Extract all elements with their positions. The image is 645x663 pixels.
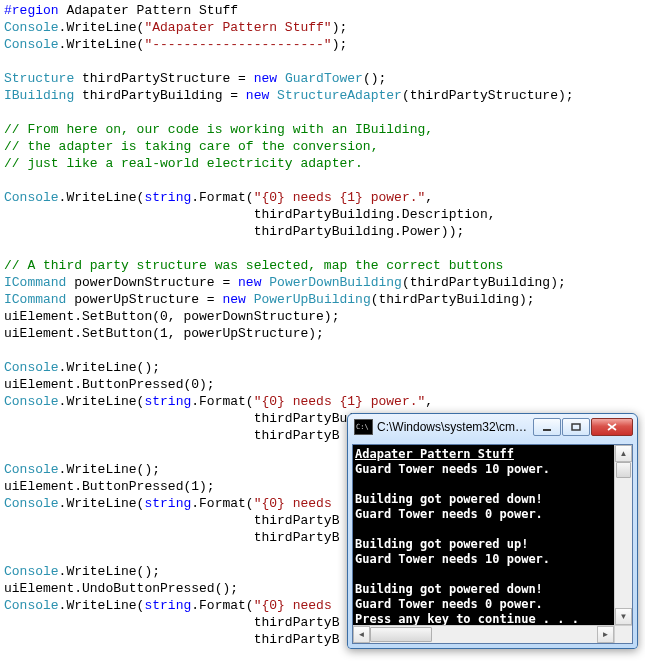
console-line: Guard Tower needs 0 power. [355, 507, 543, 521]
code-token: thirdPartyB [4, 513, 339, 528]
code-token: .WriteLine( [59, 190, 145, 205]
code-token: .WriteLine( [59, 37, 145, 52]
code-token: Console [4, 564, 59, 579]
cmd-icon-text: C:\ [356, 419, 369, 436]
code-token: .WriteLine(); [59, 564, 160, 579]
code-token: new [238, 275, 261, 290]
code-comment: // From here on, our code is working wit… [4, 122, 433, 137]
code-token: thirdPartyB [4, 615, 339, 630]
code-token: .Format( [191, 394, 253, 409]
code-token: , [425, 394, 433, 409]
code-token: PowerDownBuilding [269, 275, 402, 290]
code-token: "----------------------" [144, 37, 331, 52]
code-token: (thirdPartyBuilding); [402, 275, 566, 290]
code-token: (thirdPartyStructure); [402, 88, 574, 103]
minimize-button[interactable] [533, 418, 561, 436]
svg-rect-0 [543, 429, 551, 431]
code-token: ); [332, 20, 348, 35]
code-token: ); [332, 37, 348, 52]
maximize-button[interactable] [562, 418, 590, 436]
code-comment: // A third party structure was selected,… [4, 258, 503, 273]
close-button[interactable] [591, 418, 633, 436]
scroll-track[interactable] [370, 626, 597, 643]
console-line: Guard Tower needs 10 power. [355, 462, 550, 476]
code-token: Console [4, 37, 59, 52]
code-token: thirdPartyBuilding.Power)); [4, 224, 464, 239]
code-token: "{0} needs [254, 496, 340, 511]
code-token: uiElement.UndoButtonPressed(); [4, 581, 238, 596]
console-line: Guard Tower needs 10 power. [355, 552, 550, 566]
console-line: Press any key to continue . . . [355, 612, 579, 625]
console-body: Adapater Pattern Stuff Guard Tower needs… [353, 445, 632, 625]
code-token: thirdPartyBuilding = [74, 88, 246, 103]
code-token: (thirdPartyBuilding); [371, 292, 535, 307]
region-keyword: #region [4, 3, 59, 18]
code-token: thirdPartyB [4, 428, 339, 443]
code-token: ICommand [4, 292, 66, 307]
code-token: thirdPartyBuilding.Description, [4, 207, 495, 222]
code-token: powerUpStructure = [66, 292, 222, 307]
code-token: Console [4, 462, 59, 477]
code-token: new [246, 88, 269, 103]
code-token: .WriteLine( [59, 20, 145, 35]
scroll-down-icon[interactable]: ▼ [615, 608, 632, 625]
code-comment: // the adapter is taking care of the con… [4, 139, 378, 154]
code-token: "{0} needs [254, 598, 340, 613]
code-token: Structure [4, 71, 74, 86]
vertical-scrollbar[interactable]: ▲ ▼ [614, 445, 632, 625]
horizontal-scrollbar[interactable]: ◄ ► [353, 625, 632, 643]
code-token: PowerUpBuilding [254, 292, 371, 307]
console-line: Building got powered down! [355, 582, 543, 596]
code-token: Console [4, 360, 59, 375]
code-token: uiElement.SetButton(0, powerDownStructur… [4, 309, 339, 324]
code-token [246, 292, 254, 307]
code-token: Console [4, 598, 59, 613]
scroll-thumb[interactable] [616, 462, 631, 478]
console-output[interactable]: Adapater Pattern Stuff Guard Tower needs… [353, 445, 614, 625]
console-line: Guard Tower needs 0 power. [355, 597, 543, 611]
code-token: .Format( [191, 598, 253, 613]
window-title: C:\Windows\system32\cmd.... [377, 419, 533, 436]
console-line: Adapater Pattern Stuff [355, 447, 514, 461]
console-frame: Adapater Pattern Stuff Guard Tower needs… [348, 440, 637, 648]
code-token: new [222, 292, 245, 307]
code-token: .WriteLine( [59, 394, 145, 409]
scroll-thumb[interactable] [370, 627, 432, 642]
console-window[interactable]: C:\ C:\Windows\system32\cmd.... Adapater… [347, 413, 638, 649]
code-token: (); [363, 71, 386, 86]
titlebar[interactable]: C:\ C:\Windows\system32\cmd.... [348, 414, 637, 440]
code-token: StructureAdapter [277, 88, 402, 103]
code-token: .Format( [191, 190, 253, 205]
code-token: thirdPartyB [4, 632, 339, 647]
code-token: "Adapater Pattern Stuff" [144, 20, 331, 35]
cmd-icon: C:\ [354, 419, 373, 435]
code-token [277, 71, 285, 86]
code-token: powerDownStructure = [66, 275, 238, 290]
code-token: string [144, 190, 191, 205]
code-token: thirdPartyB [4, 530, 339, 545]
code-token: Console [4, 496, 59, 511]
code-token [269, 88, 277, 103]
code-token: uiElement.SetButton(1, powerUpStructure)… [4, 326, 324, 341]
code-token: string [144, 394, 191, 409]
code-token: string [144, 598, 191, 613]
code-token: "{0} needs {1} power." [254, 190, 426, 205]
code-token: uiElement.ButtonPressed(0); [4, 377, 215, 392]
code-token: string [144, 496, 191, 511]
code-token: ICommand [4, 275, 66, 290]
code-token: .WriteLine(); [59, 360, 160, 375]
code-token: "{0} needs {1} power." [254, 394, 426, 409]
code-token: new [254, 71, 277, 86]
svg-rect-1 [572, 424, 580, 430]
region-title: Adapater Pattern Stuff [59, 3, 238, 18]
scroll-corner [614, 626, 632, 643]
scroll-track[interactable] [615, 462, 632, 608]
scroll-left-icon[interactable]: ◄ [353, 626, 370, 643]
code-token: IBuilding [4, 88, 74, 103]
code-comment: // just like a real-world electricity ad… [4, 156, 363, 171]
console-client: Adapater Pattern Stuff Guard Tower needs… [352, 444, 633, 644]
scroll-right-icon[interactable]: ► [597, 626, 614, 643]
console-line: Building got powered up! [355, 537, 528, 551]
code-token: Console [4, 394, 59, 409]
scroll-up-icon[interactable]: ▲ [615, 445, 632, 462]
